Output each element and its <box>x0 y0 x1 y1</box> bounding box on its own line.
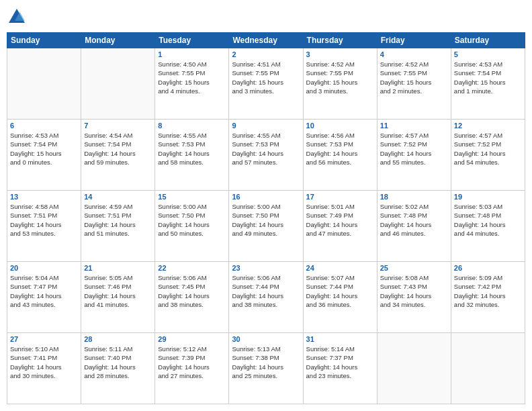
day-number: 26 <box>454 264 522 272</box>
week-row-5: 27Sunrise: 5:10 AM Sunset: 7:41 PM Dayli… <box>7 333 525 404</box>
day-info: Sunrise: 5:02 AM Sunset: 7:48 PM Dayligh… <box>380 202 448 238</box>
calendar-cell: 19Sunrise: 5:03 AM Sunset: 7:48 PM Dayli… <box>451 191 525 262</box>
calendar-cell: 6Sunrise: 4:53 AM Sunset: 7:54 PM Daylig… <box>7 120 81 191</box>
day-info: Sunrise: 5:09 AM Sunset: 7:42 PM Dayligh… <box>454 273 522 309</box>
day-info: Sunrise: 5:07 AM Sunset: 7:44 PM Dayligh… <box>306 273 374 309</box>
calendar-cell: 2Sunrise: 4:51 AM Sunset: 7:55 PM Daylig… <box>229 48 303 120</box>
day-number: 29 <box>158 335 226 343</box>
weekday-header-friday: Friday <box>377 33 451 48</box>
calendar-table: SundayMondayTuesdayWednesdayThursdayFrid… <box>7 32 525 404</box>
day-number: 14 <box>84 193 152 201</box>
day-number: 10 <box>306 122 374 130</box>
header <box>7 7 525 27</box>
calendar-cell: 14Sunrise: 4:59 AM Sunset: 7:51 PM Dayli… <box>81 191 155 262</box>
day-info: Sunrise: 4:53 AM Sunset: 7:54 PM Dayligh… <box>10 131 78 167</box>
weekday-header-wednesday: Wednesday <box>229 33 303 48</box>
day-info: Sunrise: 4:54 AM Sunset: 7:54 PM Dayligh… <box>84 131 152 167</box>
calendar-cell: 25Sunrise: 5:08 AM Sunset: 7:43 PM Dayli… <box>377 262 451 333</box>
day-number: 28 <box>84 335 152 343</box>
calendar-cell: 11Sunrise: 4:57 AM Sunset: 7:52 PM Dayli… <box>377 120 451 191</box>
day-info: Sunrise: 5:03 AM Sunset: 7:48 PM Dayligh… <box>454 202 522 238</box>
day-info: Sunrise: 4:56 AM Sunset: 7:53 PM Dayligh… <box>306 131 374 167</box>
day-number: 7 <box>84 122 152 130</box>
calendar-cell: 13Sunrise: 4:58 AM Sunset: 7:51 PM Dayli… <box>7 191 81 262</box>
day-number: 21 <box>84 264 152 272</box>
weekday-header-thursday: Thursday <box>303 33 377 48</box>
day-info: Sunrise: 4:58 AM Sunset: 7:51 PM Dayligh… <box>10 202 78 238</box>
day-number: 19 <box>454 193 522 201</box>
calendar-cell: 17Sunrise: 5:01 AM Sunset: 7:49 PM Dayli… <box>303 191 377 262</box>
calendar-cell: 27Sunrise: 5:10 AM Sunset: 7:41 PM Dayli… <box>7 333 81 404</box>
calendar-cell: 8Sunrise: 4:55 AM Sunset: 7:53 PM Daylig… <box>155 120 229 191</box>
day-info: Sunrise: 4:53 AM Sunset: 7:54 PM Dayligh… <box>454 60 522 95</box>
day-info: Sunrise: 5:13 AM Sunset: 7:38 PM Dayligh… <box>232 345 300 380</box>
calendar-cell: 15Sunrise: 5:00 AM Sunset: 7:50 PM Dayli… <box>155 191 229 262</box>
calendar-cell: 7Sunrise: 4:54 AM Sunset: 7:54 PM Daylig… <box>81 120 155 191</box>
day-number: 22 <box>158 264 226 272</box>
day-number: 1 <box>158 50 226 58</box>
day-info: Sunrise: 4:57 AM Sunset: 7:52 PM Dayligh… <box>380 131 448 167</box>
day-info: Sunrise: 5:00 AM Sunset: 7:50 PM Dayligh… <box>232 202 300 238</box>
calendar-cell: 9Sunrise: 4:55 AM Sunset: 7:53 PM Daylig… <box>229 120 303 191</box>
day-number: 15 <box>158 193 226 201</box>
day-number: 12 <box>454 122 522 130</box>
day-info: Sunrise: 4:51 AM Sunset: 7:55 PM Dayligh… <box>232 60 300 95</box>
day-info: Sunrise: 4:52 AM Sunset: 7:55 PM Dayligh… <box>380 60 448 95</box>
page: SundayMondayTuesdayWednesdayThursdayFrid… <box>0 0 532 411</box>
calendar-cell: 4Sunrise: 4:52 AM Sunset: 7:55 PM Daylig… <box>377 48 451 120</box>
weekday-header-tuesday: Tuesday <box>155 33 229 48</box>
day-info: Sunrise: 5:10 AM Sunset: 7:41 PM Dayligh… <box>10 345 78 380</box>
weekday-header-sunday: Sunday <box>7 33 81 48</box>
calendar-cell: 24Sunrise: 5:07 AM Sunset: 7:44 PM Dayli… <box>303 262 377 333</box>
calendar-cell: 29Sunrise: 5:12 AM Sunset: 7:39 PM Dayli… <box>155 333 229 404</box>
calendar-cell: 18Sunrise: 5:02 AM Sunset: 7:48 PM Dayli… <box>377 191 451 262</box>
day-number: 30 <box>232 335 300 343</box>
calendar-cell <box>81 48 155 120</box>
week-row-4: 20Sunrise: 5:04 AM Sunset: 7:47 PM Dayli… <box>7 262 525 333</box>
calendar-cell: 3Sunrise: 4:52 AM Sunset: 7:55 PM Daylig… <box>303 48 377 120</box>
day-number: 25 <box>380 264 448 272</box>
calendar-cell <box>7 48 81 120</box>
day-number: 27 <box>10 335 78 343</box>
calendar-cell: 30Sunrise: 5:13 AM Sunset: 7:38 PM Dayli… <box>229 333 303 404</box>
weekday-header-row: SundayMondayTuesdayWednesdayThursdayFrid… <box>7 33 525 48</box>
day-number: 20 <box>10 264 78 272</box>
day-info: Sunrise: 4:52 AM Sunset: 7:55 PM Dayligh… <box>306 60 374 95</box>
day-info: Sunrise: 4:59 AM Sunset: 7:51 PM Dayligh… <box>84 202 152 238</box>
weekday-header-saturday: Saturday <box>451 33 525 48</box>
calendar-cell: 10Sunrise: 4:56 AM Sunset: 7:53 PM Dayli… <box>303 120 377 191</box>
day-info: Sunrise: 5:05 AM Sunset: 7:46 PM Dayligh… <box>84 273 152 309</box>
calendar-cell: 20Sunrise: 5:04 AM Sunset: 7:47 PM Dayli… <box>7 262 81 333</box>
day-number: 13 <box>10 193 78 201</box>
calendar-cell: 12Sunrise: 4:57 AM Sunset: 7:52 PM Dayli… <box>451 120 525 191</box>
day-info: Sunrise: 4:55 AM Sunset: 7:53 PM Dayligh… <box>158 131 226 167</box>
day-number: 23 <box>232 264 300 272</box>
calendar-cell: 31Sunrise: 5:14 AM Sunset: 7:37 PM Dayli… <box>303 333 377 404</box>
calendar-cell: 28Sunrise: 5:11 AM Sunset: 7:40 PM Dayli… <box>81 333 155 404</box>
day-info: Sunrise: 4:57 AM Sunset: 7:52 PM Dayligh… <box>454 131 522 167</box>
day-info: Sunrise: 4:50 AM Sunset: 7:55 PM Dayligh… <box>158 60 226 95</box>
weekday-header-monday: Monday <box>81 33 155 48</box>
logo <box>7 7 28 27</box>
week-row-2: 6Sunrise: 4:53 AM Sunset: 7:54 PM Daylig… <box>7 120 525 191</box>
day-number: 8 <box>158 122 226 130</box>
week-row-3: 13Sunrise: 4:58 AM Sunset: 7:51 PM Dayli… <box>7 191 525 262</box>
day-number: 31 <box>306 335 374 343</box>
calendar-cell <box>377 333 451 404</box>
day-info: Sunrise: 5:04 AM Sunset: 7:47 PM Dayligh… <box>10 273 78 309</box>
day-info: Sunrise: 5:01 AM Sunset: 7:49 PM Dayligh… <box>306 202 374 238</box>
calendar-cell: 21Sunrise: 5:05 AM Sunset: 7:46 PM Dayli… <box>81 262 155 333</box>
day-number: 2 <box>232 50 300 58</box>
day-number: 24 <box>306 264 374 272</box>
calendar-cell <box>451 333 525 404</box>
day-number: 18 <box>380 193 448 201</box>
day-info: Sunrise: 5:11 AM Sunset: 7:40 PM Dayligh… <box>84 345 152 380</box>
day-info: Sunrise: 5:08 AM Sunset: 7:43 PM Dayligh… <box>380 273 448 309</box>
day-number: 16 <box>232 193 300 201</box>
day-number: 3 <box>306 50 374 58</box>
day-info: Sunrise: 5:14 AM Sunset: 7:37 PM Dayligh… <box>306 345 374 380</box>
calendar-cell: 5Sunrise: 4:53 AM Sunset: 7:54 PM Daylig… <box>451 48 525 120</box>
day-number: 6 <box>10 122 78 130</box>
logo-icon <box>7 7 27 27</box>
day-number: 11 <box>380 122 448 130</box>
